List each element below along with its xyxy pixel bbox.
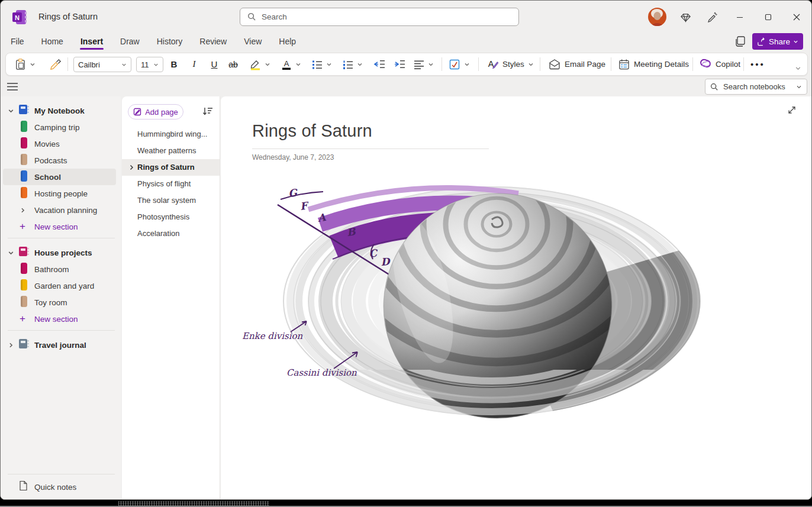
menu-draw[interactable]: Draw xyxy=(120,34,140,50)
menu-review[interactable]: Review xyxy=(199,34,227,50)
todo-checkbox-icon xyxy=(449,59,460,70)
notebook-travel-journal[interactable]: Travel journal xyxy=(1,337,121,353)
search-input[interactable]: Search xyxy=(240,8,519,26)
chevron-down-icon[interactable] xyxy=(8,108,16,114)
copy-page-icon[interactable] xyxy=(734,35,748,49)
chevron-down-icon[interactable] xyxy=(8,250,16,256)
section-camping-trip[interactable]: Camping trip xyxy=(1,119,121,135)
decrease-indent-icon xyxy=(373,58,386,71)
paste-button[interactable] xyxy=(14,53,36,75)
maximize-button[interactable] xyxy=(759,11,777,24)
decrease-indent-button[interactable] xyxy=(373,53,386,75)
email-icon xyxy=(548,58,561,71)
minimize-button[interactable] xyxy=(731,11,749,24)
page-canvas[interactable]: Rings of Saturn Wednesday, June 7, 2023 xyxy=(221,96,811,499)
chevron-right-icon[interactable] xyxy=(8,342,16,348)
todo-tag-button[interactable] xyxy=(449,53,470,75)
menu-history[interactable]: History xyxy=(156,34,183,50)
styles-icon: A xyxy=(486,58,499,70)
styles-button[interactable]: A Styles xyxy=(486,53,534,75)
section-toy-room[interactable]: Toy room xyxy=(1,294,121,311)
font-color-button[interactable]: A xyxy=(281,53,301,75)
section-group-vacation-planning[interactable]: Vacation planning xyxy=(1,202,121,218)
sort-pages-icon[interactable] xyxy=(202,105,215,118)
menu-home[interactable]: Home xyxy=(41,34,64,50)
premium-diamond-icon[interactable] xyxy=(679,11,692,24)
add-page-icon xyxy=(133,108,141,116)
section-tab-icon xyxy=(21,296,27,309)
close-button[interactable] xyxy=(788,11,805,24)
strikethrough-button[interactable]: ab xyxy=(227,53,240,75)
page-item[interactable]: Hummingbird wing... xyxy=(122,126,220,143)
highlighter-icon xyxy=(249,58,262,71)
search-icon xyxy=(710,83,718,91)
numbered-list-icon xyxy=(342,59,354,70)
chevron-down-icon xyxy=(796,84,802,90)
more-commands-button[interactable]: ••• xyxy=(750,53,765,75)
email-page-button[interactable]: Email Page xyxy=(548,53,605,75)
section-tab-icon xyxy=(21,187,27,201)
svg-text:N: N xyxy=(15,14,20,21)
menu-help[interactable]: Help xyxy=(278,34,297,50)
ring-label-f: F xyxy=(299,199,310,212)
chevron-right-icon[interactable] xyxy=(128,159,134,176)
menu-insert[interactable]: Insert xyxy=(80,34,104,50)
section-podcasts[interactable]: Podcasts xyxy=(1,152,121,169)
chevron-down-icon xyxy=(357,62,363,67)
page-item[interactable]: Weather patterns xyxy=(122,143,220,159)
copilot-button[interactable]: Copilot xyxy=(700,53,740,75)
menu-view[interactable]: View xyxy=(243,34,262,50)
avatar[interactable] xyxy=(648,8,666,26)
alignment-button[interactable] xyxy=(413,53,434,75)
page-title[interactable]: Rings of Saturn xyxy=(252,121,372,141)
section-bathroom[interactable]: Bathroom xyxy=(1,261,121,277)
copilot-icon xyxy=(700,58,712,70)
plus-icon: + xyxy=(20,313,25,325)
notebook-house-projects[interactable]: House projects xyxy=(1,244,121,261)
font-name-select[interactable]: Cailbri xyxy=(73,57,131,72)
format-painter-button[interactable] xyxy=(50,53,62,75)
page-item[interactable]: The solar system xyxy=(122,192,220,209)
page-item[interactable]: Accelaration xyxy=(122,225,220,242)
bold-button[interactable]: B xyxy=(167,53,181,75)
window-title: Rings of Saturn xyxy=(38,12,98,21)
page-item[interactable]: Physics of flight xyxy=(122,176,220,192)
numbered-list-button[interactable] xyxy=(342,53,363,75)
section-garden-and-yard[interactable]: Garden and yard xyxy=(1,277,121,294)
font-color-icon: A xyxy=(281,59,292,70)
page-item[interactable]: Photosynthesis xyxy=(122,209,220,225)
underline-button[interactable]: U xyxy=(208,53,221,75)
section-hosting-people[interactable]: Hosting people xyxy=(1,185,121,202)
page-icon xyxy=(18,480,28,493)
chevron-right-icon[interactable] xyxy=(20,207,28,214)
divider xyxy=(67,57,68,71)
new-section-button[interactable]: + New section xyxy=(1,218,121,235)
expand-page-icon[interactable] xyxy=(787,105,798,117)
highlighter-button[interactable] xyxy=(249,53,270,75)
font-size-select[interactable]: 11 xyxy=(136,57,163,72)
increase-indent-button[interactable] xyxy=(393,53,406,75)
bullet-list-button[interactable] xyxy=(311,53,332,75)
share-button[interactable]: Share xyxy=(752,33,803,50)
add-page-button[interactable]: Add page xyxy=(128,104,183,120)
divider xyxy=(8,330,115,331)
section-tab-icon xyxy=(21,279,27,293)
feedback-pen-icon[interactable] xyxy=(706,10,719,23)
taskbar-noise xyxy=(118,501,269,506)
calendar-icon xyxy=(618,58,630,70)
italic-button[interactable]: I xyxy=(188,53,201,75)
section-school-selected[interactable]: School xyxy=(3,169,116,185)
new-section-button[interactable]: + New section xyxy=(1,311,121,327)
page-item-active[interactable]: Rings of Saturn xyxy=(122,159,220,176)
search-notebooks-input[interactable]: Search notebooks xyxy=(705,79,807,95)
divider xyxy=(8,238,115,238)
collapse-ribbon-chevron[interactable] xyxy=(795,63,801,74)
quick-notes-button[interactable]: Quick notes xyxy=(1,479,121,495)
section-movies[interactable]: Movies xyxy=(1,135,121,152)
screen: N Rings of Saturn Search File Home Inser… xyxy=(0,0,812,507)
ring-label-a: A xyxy=(316,211,327,224)
navigation-menu-icon[interactable] xyxy=(7,81,20,93)
notebook-my-notebook[interactable]: My Notebook xyxy=(1,102,121,119)
menu-file[interactable]: File xyxy=(10,34,25,50)
meeting-details-button[interactable]: Meeting Details xyxy=(618,53,689,75)
